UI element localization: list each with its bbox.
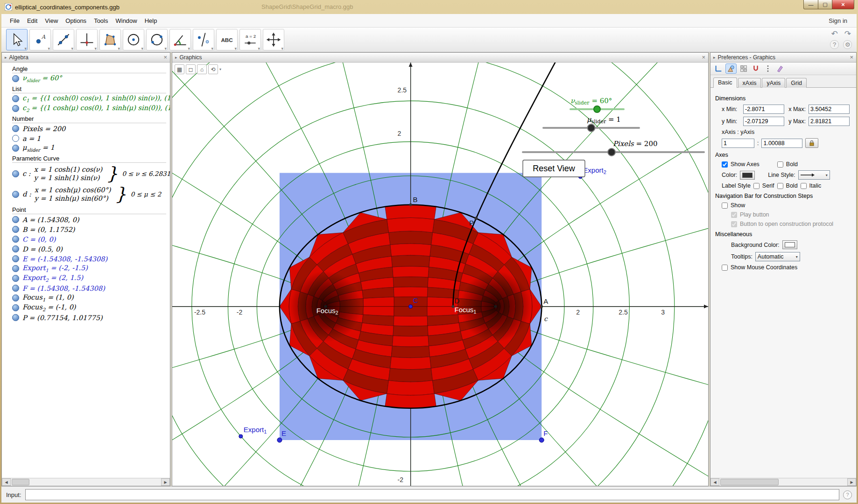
y-min-input[interactable]	[743, 117, 784, 126]
visibility-marble-icon[interactable]	[12, 265, 19, 272]
scroll-track[interactable]	[719, 478, 847, 486]
navbar-show-checkbox[interactable]	[722, 203, 728, 209]
view-settings-icon[interactable]	[725, 63, 737, 74]
reflect-tool[interactable]: ▾	[193, 29, 214, 50]
visibility-marble-icon[interactable]	[12, 285, 19, 292]
point-C[interactable]	[409, 305, 413, 308]
axes-style-icon[interactable]	[713, 64, 724, 73]
graphics-canvas[interactable]: -2.5-222.532.52-2cABCDEFExport1Export2Fo…	[172, 63, 708, 486]
move-graphics-tool[interactable]: ▾	[263, 29, 284, 50]
perpendicular-tool[interactable]: ▾	[76, 29, 98, 50]
input-help-icon[interactable]: ?	[843, 490, 852, 499]
tool-caret-icon[interactable]: ▾	[258, 46, 260, 51]
angle-tool[interactable]: ▾	[169, 29, 191, 50]
visibility-marble-icon[interactable]	[12, 236, 19, 243]
visibility-marble-icon[interactable]	[12, 226, 19, 233]
y-max-input[interactable]	[809, 117, 850, 126]
redo-button[interactable]: ↷	[843, 29, 853, 39]
stylebar-caret-icon[interactable]: ▾	[219, 67, 221, 71]
preferences-collapse-icon[interactable]: ▸	[713, 55, 716, 60]
menu-item-window[interactable]: Window	[112, 15, 141, 26]
algebra-hscrollbar[interactable]: ◀ ▶	[2, 478, 170, 486]
more-icon[interactable]	[763, 64, 773, 73]
line-style-dropdown[interactable]: ▾	[798, 170, 830, 180]
stylebar-axes-icon[interactable]: ◻	[186, 64, 196, 74]
visibility-marble-icon[interactable]	[12, 275, 19, 282]
point-tool[interactable]: A▾	[29, 29, 51, 50]
preferences-close-icon[interactable]: ×	[850, 55, 853, 60]
scroll-left-arrow[interactable]: ◀	[2, 478, 11, 486]
text-tool[interactable]: ABC▾	[216, 29, 238, 50]
command-input[interactable]	[25, 489, 839, 500]
algebra-collapse-icon[interactable]: ▸	[5, 55, 7, 60]
tool-caret-icon[interactable]: ▾	[141, 46, 143, 51]
preferences-hscrollbar[interactable]: ◀ ▶	[710, 478, 856, 486]
tab-yaxis[interactable]: yAxis	[762, 78, 785, 88]
play-button-checkbox[interactable]	[731, 212, 737, 218]
style-icon[interactable]	[775, 64, 785, 73]
algebra-item[interactable]: Focus2 = (-1, 0)	[2, 303, 170, 313]
visibility-marble-icon[interactable]	[12, 75, 19, 82]
axes-color-swatch[interactable]	[740, 171, 755, 180]
ratio-lock-button[interactable]	[805, 138, 818, 148]
standard-view-icon[interactable]: ⌂	[197, 64, 207, 74]
algebra-item[interactable]: Pixels = 200	[2, 124, 170, 133]
visibility-marble-icon[interactable]	[12, 245, 19, 252]
menu-item-file[interactable]: File	[6, 15, 23, 26]
tab-basic[interactable]: Basic	[713, 77, 737, 88]
reset-view-button[interactable]: Reset View	[523, 160, 585, 177]
menu-item-help[interactable]: Help	[141, 15, 161, 26]
visibility-marble-icon[interactable]	[12, 216, 19, 223]
sign-in-button[interactable]: Sign in	[824, 15, 852, 26]
point-P[interactable]	[474, 217, 478, 220]
visibility-marble-icon[interactable]	[12, 304, 19, 311]
visibility-marble-icon[interactable]	[12, 255, 19, 262]
protocol-button-checkbox[interactable]	[731, 221, 737, 227]
visibility-marble-icon[interactable]	[12, 135, 19, 142]
menu-item-edit[interactable]: Edit	[23, 15, 41, 26]
polygon-tool[interactable]: ▾	[99, 29, 121, 50]
mouse-coordinates-checkbox[interactable]	[722, 265, 728, 271]
algebra-item[interactable]: d :x = 1 cosh(μ) cos(60°)y = 1 sinh(μ) s…	[2, 184, 170, 204]
move-tool[interactable]: ▾	[6, 29, 28, 50]
algebra-item[interactable]: Export2 = (2, 1.5)	[2, 273, 170, 283]
algebra-item[interactable]: c2 = {(1 cosh(μ) cos(0), 1 sinh(μ) sin(0…	[2, 104, 170, 113]
visibility-marble-icon[interactable]	[12, 294, 19, 301]
visibility-marble-icon[interactable]	[12, 170, 19, 177]
ratio-x-input[interactable]	[722, 139, 754, 148]
tab-grid[interactable]: Grid	[786, 78, 807, 88]
close-button[interactable]: ×	[832, 0, 854, 9]
point-F[interactable]	[539, 438, 544, 442]
algebra-item[interactable]: Focus1 = (1, 0)	[2, 293, 170, 303]
algebra-item[interactable]: c :x = 1 cosh(1) cos(ν)y = 1 sinh(1) sin…	[2, 163, 170, 184]
visibility-marble-icon[interactable]	[12, 105, 19, 112]
algebra-item[interactable]: D = (0.5, 0)	[2, 244, 170, 254]
menu-item-tools[interactable]: Tools	[90, 15, 112, 26]
tool-caret-icon[interactable]: ▾	[188, 46, 190, 51]
algebra-item[interactable]: a = 1	[2, 133, 170, 143]
stylebar-undo-icon[interactable]: ⟲	[208, 64, 218, 74]
tab-xaxis[interactable]: xAxis	[738, 78, 761, 88]
algebra-item[interactable]: c1 = {(1 cosh(0) cos(ν), 1 sinh(0) sin(ν…	[2, 94, 170, 104]
snap-icon[interactable]	[751, 64, 761, 73]
tool-caret-icon[interactable]: ▾	[94, 46, 97, 51]
circle-tool[interactable]: ▾	[123, 29, 144, 50]
x-min-input[interactable]	[743, 105, 784, 114]
scroll-thumb[interactable]	[720, 479, 779, 485]
point-A[interactable]	[540, 305, 543, 308]
algebra-item[interactable]: P = (0.77154, 1.01775)	[2, 313, 170, 322]
tool-caret-icon[interactable]: ▾	[234, 46, 237, 51]
visibility-marble-icon[interactable]	[12, 191, 19, 198]
point-B[interactable]	[409, 203, 412, 206]
graphics-close-icon[interactable]: ×	[702, 55, 705, 60]
tool-caret-icon[interactable]: ▾	[118, 46, 120, 51]
scroll-right-arrow[interactable]: ▶	[847, 478, 856, 486]
tool-caret-icon[interactable]: ▾	[164, 46, 167, 51]
algebra-item[interactable]: Export1 = (-2, -1.5)	[2, 264, 170, 273]
serif-checkbox[interactable]	[753, 183, 760, 189]
axes-bold-checkbox[interactable]	[777, 161, 783, 168]
algebra-item[interactable]: E = (-1.54308, -1.54308)	[2, 254, 170, 264]
scroll-thumb[interactable]	[12, 479, 29, 485]
algebra-close-icon[interactable]: ×	[163, 55, 167, 60]
stylebar-grid-icon[interactable]: ▦	[175, 64, 184, 74]
